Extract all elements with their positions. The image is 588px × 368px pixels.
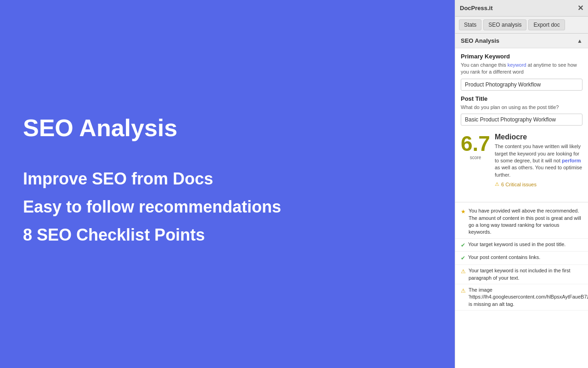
score-number: 6.7 bbox=[461, 133, 490, 154]
post-title-desc: What do you plan on using as the post ti… bbox=[461, 104, 582, 111]
star-icon: ★ bbox=[461, 208, 466, 216]
checklist-item-0: ★ You have provided well above the recom… bbox=[455, 205, 588, 239]
checklist-text-2: Your post content contains links. bbox=[468, 254, 582, 261]
brand-name: DocPress.it bbox=[460, 5, 493, 12]
checklist-text-4: The image 'https://lh4.googleusercontent… bbox=[469, 287, 588, 308]
panel-content: SEO Analysis ▲ Primary Keyword You can c… bbox=[455, 34, 588, 368]
left-panel: SEO Analysis Improve SEO from Docs Easy … bbox=[0, 0, 455, 368]
checklist-text-3: Your target keyword is not included in t… bbox=[469, 267, 582, 282]
checklist-item-4: ⚠ The image 'https://lh4.googleuserconte… bbox=[455, 284, 588, 310]
score-desc-part3: as well as others. You need to optimise … bbox=[495, 165, 582, 177]
right-panel: DocPress.it ✕ Stats SEO analysis Export … bbox=[455, 0, 588, 368]
score-number-wrap: 6.7 score bbox=[461, 133, 490, 160]
checklist-item-2: ✔ Your post content contains links. bbox=[455, 252, 588, 265]
score-info: Mediocre The content you have written wi… bbox=[495, 133, 582, 187]
panel-header: DocPress.it ✕ bbox=[455, 0, 588, 17]
close-button[interactable]: ✕ bbox=[577, 5, 583, 12]
seo-analysis-button[interactable]: SEO analysis bbox=[483, 19, 526, 30]
score-label: score bbox=[470, 155, 481, 160]
score-title: Mediocre bbox=[495, 133, 582, 141]
checklist-item-1: ✔ Your target keyword is used in the pos… bbox=[455, 239, 588, 252]
checklist-list: ★ You have provided well above the recom… bbox=[455, 205, 588, 310]
warn-icon-4: ⚠ bbox=[461, 287, 466, 295]
stats-button[interactable]: Stats bbox=[459, 19, 481, 30]
critical-warn-icon: ⚠ bbox=[495, 181, 499, 187]
feature-3: 8 SEO Checklist Points bbox=[23, 225, 432, 245]
collapse-arrow-icon[interactable]: ▲ bbox=[577, 38, 582, 44]
check-icon-1: ✔ bbox=[461, 242, 465, 249]
critical-issues: ⚠ 6 Critical issues bbox=[495, 181, 582, 187]
critical-issues-text: 6 Critical issues bbox=[501, 182, 537, 187]
checklist-text-1: Your target keyword is used in the post … bbox=[468, 241, 582, 248]
warn-icon-3: ⚠ bbox=[461, 268, 466, 276]
score-desc-highlight: perform bbox=[562, 158, 581, 163]
post-title-section: Post Title What do you plan on using as … bbox=[461, 95, 582, 130]
checklist-text-0: You have provided well above the recomme… bbox=[469, 207, 582, 236]
primary-keyword-label: Primary Keyword bbox=[461, 53, 582, 60]
primary-keyword-input[interactable] bbox=[461, 79, 582, 91]
post-title-label: Post Title bbox=[461, 95, 582, 102]
panel-body: Primary Keyword You can change this keyw… bbox=[455, 48, 588, 199]
post-title-input[interactable] bbox=[461, 114, 582, 126]
feature-1: Improve SEO from Docs bbox=[23, 169, 432, 189]
pk-desc-before: You can change this bbox=[461, 62, 508, 68]
primary-keyword-section: Primary Keyword You can change this keyw… bbox=[461, 53, 582, 95]
panel-toolbar: Stats SEO analysis Export doc bbox=[455, 17, 588, 34]
seo-section-header: SEO Analysis ▲ bbox=[455, 34, 588, 48]
pk-desc-link[interactable]: keyword bbox=[508, 62, 526, 68]
check-icon-2: ✔ bbox=[461, 254, 465, 262]
score-block: 6.7 score Mediocre The content you have … bbox=[461, 130, 582, 190]
score-description: The content you have written will likely… bbox=[495, 143, 582, 178]
features-list: Improve SEO from Docs Easy to follow rec… bbox=[23, 169, 432, 253]
seo-section-title: SEO Analysis bbox=[461, 37, 499, 44]
feature-2: Easy to follow recommendations bbox=[23, 197, 432, 217]
main-heading: SEO Analysis bbox=[23, 115, 432, 141]
primary-keyword-desc: You can change this keyword at anytime t… bbox=[461, 62, 582, 76]
section-divider bbox=[455, 202, 588, 202]
export-doc-button[interactable]: Export doc bbox=[528, 19, 565, 30]
checklist-item-3: ⚠ Your target keyword is not included in… bbox=[455, 265, 588, 284]
